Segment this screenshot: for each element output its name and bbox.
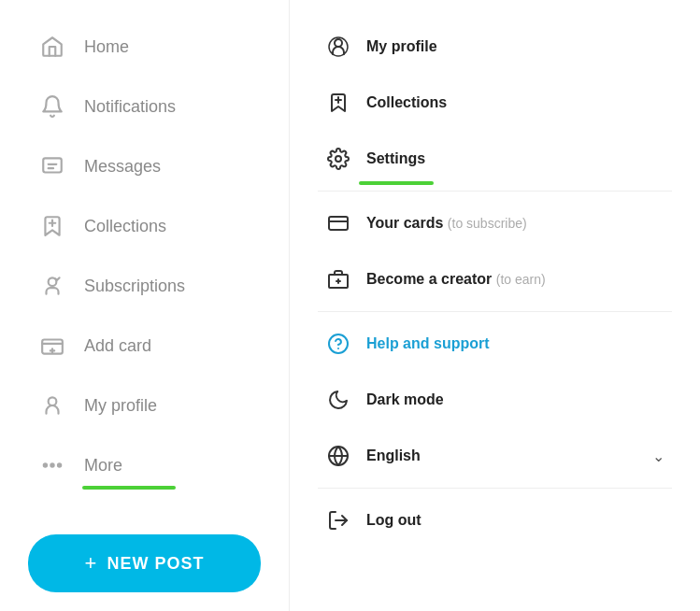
- menu-item-help-support[interactable]: Help and support: [318, 316, 672, 372]
- svg-point-11: [58, 463, 61, 466]
- sidebar-item-messages-label: Messages: [84, 157, 161, 177]
- english-chevron-icon: ⌄: [652, 448, 664, 465]
- menu-become-creator-label: Become a creator (to earn): [366, 271, 546, 288]
- menu-dark-mode-icon: [325, 387, 351, 413]
- divider-2: [318, 311, 672, 312]
- message-icon: [37, 151, 67, 181]
- menu-log-out-label: Log out: [366, 512, 421, 529]
- menu-cards-icon: [325, 210, 351, 236]
- bell-icon: [37, 92, 67, 121]
- menu-item-settings[interactable]: Settings: [318, 131, 672, 187]
- menu-help-icon: [325, 331, 351, 357]
- new-post-button[interactable]: + NEW POST: [28, 534, 261, 592]
- menu-item-log-out[interactable]: Log out: [318, 492, 672, 548]
- sidebar-item-home[interactable]: Home: [28, 19, 289, 75]
- settings-underline: [359, 181, 434, 185]
- sidebar-item-add-card-label: Add card: [84, 336, 151, 356]
- sidebar-item-more-label: More: [84, 456, 122, 476]
- svg-point-16: [336, 156, 341, 162]
- sidebar-item-more[interactable]: More: [28, 437, 289, 493]
- menu-item-collections[interactable]: Collections: [318, 75, 672, 131]
- svg-rect-17: [329, 217, 348, 230]
- your-cards-sub: (to subscribe): [448, 216, 527, 231]
- sidebar-item-notifications-label: Notifications: [84, 97, 176, 117]
- sidebar-item-my-profile-label: My profile: [84, 396, 157, 416]
- menu-your-cards-label: Your cards (to subscribe): [366, 215, 527, 232]
- collections-icon: [37, 211, 67, 241]
- sidebar-item-messages[interactable]: Messages: [28, 138, 289, 194]
- menu-collections-label: Collections: [366, 94, 447, 111]
- left-sidebar: Home Notifications Messages Coll: [0, 0, 290, 611]
- svg-point-10: [50, 463, 53, 466]
- menu-creator-icon: [325, 266, 351, 292]
- menu-item-become-creator[interactable]: Become a creator (to earn): [318, 251, 672, 307]
- become-creator-sub: (to earn): [496, 272, 546, 287]
- right-menu-panel: My profile Collections Settings: [290, 0, 700, 611]
- more-icon: [37, 450, 67, 480]
- menu-item-english[interactable]: English ⌄: [318, 428, 672, 484]
- sidebar-item-add-card[interactable]: Add card: [28, 318, 289, 374]
- add-card-icon: [37, 331, 67, 361]
- sidebar-item-my-profile[interactable]: My profile: [28, 377, 289, 433]
- menu-item-dark-mode[interactable]: Dark mode: [318, 372, 672, 428]
- subscriptions-icon: [37, 271, 67, 301]
- menu-dark-mode-label: Dark mode: [366, 391, 444, 408]
- menu-profile-icon: [325, 34, 351, 60]
- menu-english-label: English: [366, 448, 421, 464]
- sidebar-item-notifications[interactable]: Notifications: [28, 78, 289, 135]
- menu-item-your-cards[interactable]: Your cards (to subscribe): [318, 195, 672, 251]
- profile-icon: [37, 391, 67, 420]
- menu-collections-icon: [325, 90, 351, 116]
- svg-point-12: [335, 39, 342, 47]
- svg-point-8: [49, 397, 57, 405]
- sidebar-item-subscriptions[interactable]: Subscriptions: [28, 258, 289, 314]
- new-post-label: NEW POST: [107, 554, 204, 574]
- menu-my-profile-label: My profile: [366, 38, 437, 55]
- menu-settings-label: Settings: [366, 150, 425, 167]
- home-icon: [37, 32, 67, 62]
- sidebar-item-subscriptions-label: Subscriptions: [84, 277, 185, 296]
- menu-item-my-profile[interactable]: My profile: [318, 19, 672, 75]
- menu-language-icon: [325, 443, 351, 469]
- sidebar-item-collections[interactable]: Collections: [28, 198, 289, 254]
- menu-help-label: Help and support: [366, 335, 490, 352]
- divider-1: [318, 191, 672, 192]
- svg-point-9: [44, 463, 47, 466]
- menu-logout-icon: [325, 507, 351, 533]
- more-underline: [82, 486, 176, 490]
- menu-settings-icon: [325, 146, 351, 172]
- sidebar-item-home-label: Home: [84, 37, 129, 57]
- divider-3: [318, 488, 672, 489]
- sidebar-item-collections-label: Collections: [84, 217, 166, 236]
